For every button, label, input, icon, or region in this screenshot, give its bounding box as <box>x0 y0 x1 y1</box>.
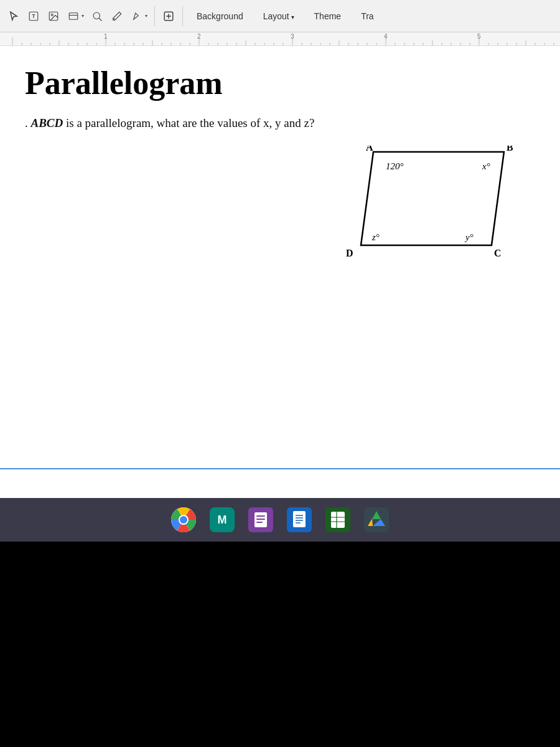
vertex-b-label: B <box>506 146 513 153</box>
angle-c-label: y° <box>464 232 474 242</box>
angle-a-label: 120° <box>386 161 404 171</box>
pen-tool[interactable] <box>108 7 126 25</box>
svg-point-7 <box>93 12 100 19</box>
text-tool[interactable]: T <box>25 7 42 25</box>
svg-rect-25 <box>256 522 263 523</box>
forms-icon[interactable] <box>246 505 275 534</box>
docs-icon[interactable] <box>285 505 314 534</box>
vertex-d-label: D <box>346 248 353 258</box>
svg-rect-27 <box>293 511 306 527</box>
body-bold-italic: ABCD <box>31 116 63 129</box>
bottom-black-area <box>0 542 560 747</box>
svg-rect-23 <box>256 515 265 517</box>
slide-content: Parallelogram . ABCD is a parallelogram,… <box>0 46 560 468</box>
image-tool[interactable] <box>45 7 62 25</box>
meet-icon[interactable]: M <box>208 505 236 534</box>
svg-marker-10 <box>145 15 147 17</box>
ruler <box>0 32 560 46</box>
svg-point-18 <box>180 516 187 524</box>
background-button[interactable]: Background <box>188 7 252 25</box>
body-text: is a parallelogram, what are the values … <box>63 116 314 129</box>
add-button[interactable] <box>160 7 177 25</box>
toolbar: T <box>0 0 560 32</box>
svg-text:M: M <box>218 514 227 526</box>
svg-rect-4 <box>69 12 78 19</box>
layout-button[interactable]: Layout <box>254 7 303 25</box>
sep-2 <box>182 6 183 26</box>
svg-rect-24 <box>256 519 265 520</box>
angle-b-label: x° <box>482 161 490 171</box>
svg-text:T: T <box>32 14 35 19</box>
svg-rect-33 <box>331 512 345 528</box>
taskbar: M <box>0 498 560 542</box>
transition-button[interactable]: Tra <box>352 7 382 25</box>
svg-marker-6 <box>82 15 84 17</box>
body-prefix: . <box>25 116 31 129</box>
parallelogram-svg: A B C D 120° x° z° y° <box>324 146 523 270</box>
diagram: A B C D 120° x° z° y° <box>324 146 523 270</box>
vertex-c-label: C <box>494 248 502 258</box>
vertex-a-label: A <box>366 146 373 153</box>
zoom-tool[interactable] <box>88 7 106 25</box>
svg-line-8 <box>99 18 102 21</box>
sep-1 <box>154 6 155 26</box>
slide-container: Parallelogram . ABCD is a parallelogram,… <box>0 32 560 468</box>
drive-icon[interactable] <box>362 505 391 534</box>
select-tool[interactable] <box>5 7 22 25</box>
slide-body: . ABCD is a parallelogram, what are the … <box>25 114 535 133</box>
slide-title: Parallelogram <box>25 65 535 101</box>
svg-point-3 <box>51 14 53 16</box>
theme-button[interactable]: Theme <box>306 7 350 25</box>
angle-d-label: z° <box>371 232 380 242</box>
chrome-icon[interactable] <box>169 505 198 534</box>
sheets-icon[interactable] <box>324 505 352 534</box>
